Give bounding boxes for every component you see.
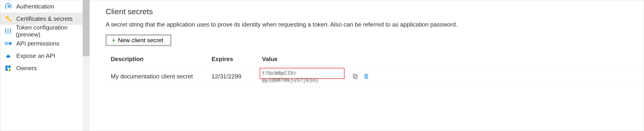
sidebar-item-label: Owners	[16, 65, 37, 72]
new-client-secret-button[interactable]: + New client secret	[106, 34, 171, 46]
svg-rect-15	[353, 74, 356, 78]
svg-rect-3	[5, 29, 6, 31]
col-header-value: Value	[262, 56, 349, 63]
svg-rect-12	[8, 66, 10, 68]
cell-expires: 12/31/2299	[212, 73, 262, 80]
scrollbar-thumb[interactable]	[83, 0, 90, 56]
sidebar-item-token-config[interactable]: Token configuration (preview)	[0, 25, 90, 37]
sidebar-item-expose-api[interactable]: Expose an API	[0, 50, 90, 62]
cell-description: My documentation client secret	[111, 73, 212, 80]
token-config-icon	[4, 27, 12, 35]
sidebar-item-authentication[interactable]: Authentication	[0, 0, 90, 12]
sidebar-item-label: Certificates & secrets	[16, 15, 73, 22]
main-content: Client secrets A secret string that the …	[100, 0, 644, 131]
svg-point-2	[7, 17, 8, 18]
expose-api-icon	[4, 52, 12, 60]
sidebar-scrollbar[interactable]	[83, 0, 90, 131]
plus-icon: +	[112, 36, 116, 44]
sidebar-item-certificates-secrets[interactable]: Certificates & secrets	[0, 12, 90, 25]
section-title: Client secrets	[106, 7, 642, 16]
secrets-table: Description Expires Value My documentati…	[106, 52, 642, 87]
svg-point-7	[9, 42, 12, 45]
svg-rect-14	[354, 75, 357, 79]
sidebar: Authentication Certificates & secrets To…	[0, 0, 90, 131]
svg-rect-11	[6, 68, 8, 71]
svg-rect-4	[8, 31, 9, 32]
section-description: A secret string that the application use…	[106, 20, 541, 29]
api-permissions-icon	[4, 40, 12, 47]
svg-point-6	[5, 42, 7, 45]
table-header-row: Description Expires Value	[106, 52, 642, 66]
copy-icon[interactable]	[352, 73, 359, 80]
sidebar-item-owners[interactable]: Owners	[0, 62, 90, 74]
key-icon	[4, 15, 12, 23]
sidebar-item-label: Authentication	[16, 3, 54, 10]
sidebar-item-api-permissions[interactable]: API permissions	[0, 37, 90, 50]
cell-value: t?Ucb0pCIVr @y1ODR70kjvS7jk1nj	[262, 69, 349, 83]
svg-point-9	[8, 55, 10, 56]
owners-icon	[4, 64, 12, 72]
col-header-expires: Expires	[212, 56, 262, 63]
sidebar-item-label: Token configuration (preview)	[16, 24, 90, 38]
svg-rect-5	[10, 30, 11, 31]
sidebar-item-label: API permissions	[16, 40, 59, 47]
enter-icon	[4, 2, 12, 10]
table-row: My documentation client secret 12/31/229…	[106, 66, 642, 87]
delete-icon[interactable]	[363, 73, 370, 80]
col-header-description: Description	[111, 56, 212, 63]
secret-value-obscured: t?Ucb0pCIVr @y1ODR70kjvS7jk1nj	[262, 70, 318, 83]
svg-point-8	[7, 55, 8, 56]
new-client-secret-label: New client secret	[118, 37, 164, 44]
sidebar-item-label: Expose an API	[16, 52, 56, 59]
svg-rect-10	[6, 66, 8, 68]
